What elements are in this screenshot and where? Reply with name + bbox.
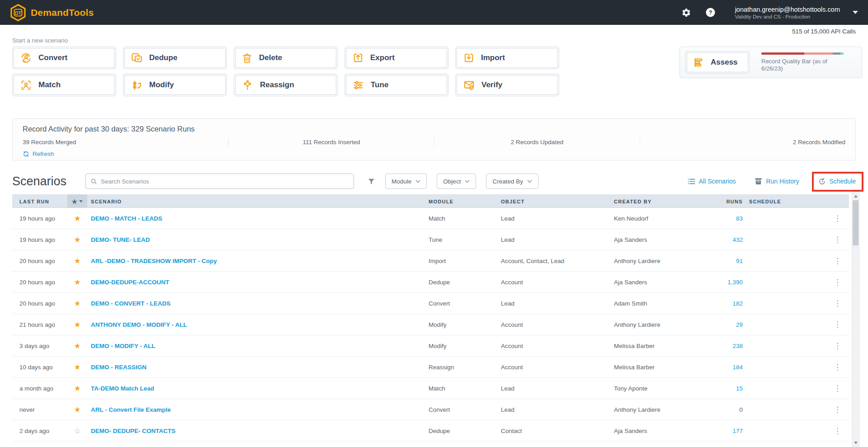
scenario-link[interactable]: DEMO - MODIFY - ALL <box>91 343 156 349</box>
table-row: 19 hours ago ★ DEMO - MATCH - LEADS Matc… <box>12 208 849 229</box>
user-caret-icon[interactable] <box>853 11 858 14</box>
scroll-up-arrow-icon[interactable] <box>852 193 859 199</box>
reassign-button[interactable]: Reassign <box>234 74 338 96</box>
filter-funnel-icon[interactable] <box>368 178 375 185</box>
row-menu-kebab-icon[interactable]: ⋮ <box>826 214 849 223</box>
header-schedule[interactable]: SCHEDULE <box>743 198 826 204</box>
scroll-down-arrow-icon[interactable] <box>852 439 859 446</box>
header-object[interactable]: OBJECT <box>501 198 614 204</box>
button-label: Dedupe <box>149 53 177 62</box>
scenario-launch-area: Convert Dedupe Delete Export <box>12 47 856 102</box>
tune-icon <box>352 79 364 91</box>
object-cell: Account <box>501 279 614 286</box>
scenario-link[interactable]: ARL -DEMO - TRADESHOW IMPORT - Copy <box>91 258 217 264</box>
row-menu-kebab-icon[interactable]: ⋮ <box>826 426 849 436</box>
runs-link[interactable]: 238 <box>732 343 743 349</box>
favorite-star-icon[interactable]: ★ <box>67 214 87 223</box>
row-menu-kebab-icon[interactable]: ⋮ <box>826 362 849 372</box>
runs-link[interactable]: 432 <box>732 236 743 243</box>
scenario-link[interactable]: DEMO - MATCH - LEADS <box>91 215 162 222</box>
favorite-star-icon[interactable]: ☆ <box>67 426 87 436</box>
demandtools-logo-icon: DT <box>10 4 26 22</box>
module-cell: Modify <box>429 343 501 349</box>
settings-gear-icon[interactable] <box>681 7 692 18</box>
button-label: Assess <box>711 58 738 67</box>
object-cell: Account <box>501 343 614 349</box>
match-button[interactable]: Match <box>12 74 116 96</box>
assess-button[interactable]: Assess <box>685 51 750 74</box>
filter-object-dropdown[interactable]: Object <box>437 174 476 189</box>
help-icon[interactable]: ? <box>705 7 716 18</box>
created-by-cell: Aja Sanders <box>614 279 716 286</box>
schedule-link[interactable]: Schedule <box>818 178 856 185</box>
runs-link[interactable]: 83 <box>736 215 743 222</box>
row-menu-kebab-icon[interactable]: ⋮ <box>826 299 849 308</box>
scenario-link[interactable]: DEMO - CONVERT - LEADS <box>91 300 170 307</box>
scenario-link[interactable]: DEMO - REASSIGN <box>91 364 146 371</box>
scenario-link[interactable]: ANTHONY DEMO - MODIFY - ALL <box>91 321 187 328</box>
row-menu-kebab-icon[interactable]: ⋮ <box>826 235 849 245</box>
verify-button[interactable]: Verify <box>455 74 559 96</box>
stat-records-inserted: 111 Records Inserted <box>228 138 434 147</box>
modify-button[interactable]: Modify <box>123 74 227 96</box>
scenario-link[interactable]: DEMO- DEDUPE- CONTACTS <box>91 428 175 434</box>
row-menu-kebab-icon[interactable]: ⋮ <box>826 278 849 287</box>
favorite-star-icon[interactable]: ★ <box>67 405 87 414</box>
scenario-link[interactable]: DEMO-DEDUPE-ACCOUNT <box>91 279 169 286</box>
favorite-star-icon[interactable]: ★ <box>67 362 87 372</box>
runs-link[interactable]: 15 <box>736 385 743 392</box>
table-row: 20 hours ago ★ DEMO-DEDUPE-ACCOUNT Dedup… <box>12 272 849 293</box>
filter-module-dropdown[interactable]: Module <box>385 174 427 189</box>
runs-link[interactable]: 0 <box>739 406 743 413</box>
runs-link[interactable]: 29 <box>736 321 743 328</box>
last-run-cell: 10 days ago <box>12 364 67 371</box>
run-history-link[interactable]: Run History <box>755 178 799 185</box>
row-menu-kebab-icon[interactable]: ⋮ <box>826 405 849 414</box>
scenario-link[interactable]: DEMO- TUNE- LEAD <box>91 236 150 243</box>
user-menu[interactable]: jonathan.greenip@hotshottools.com Validi… <box>735 5 858 20</box>
header-module[interactable]: MODULE <box>429 198 501 204</box>
favorite-star-icon[interactable]: ★ <box>67 235 87 245</box>
quality-bar-segment-slate <box>833 52 840 55</box>
header-created-by[interactable]: CREATED BY <box>614 198 716 204</box>
scenario-link[interactable]: ARL - Convert File Example <box>91 406 171 413</box>
row-menu-kebab-icon[interactable]: ⋮ <box>826 256 849 266</box>
all-scenarios-link[interactable]: All Scenarios <box>688 178 736 185</box>
convert-button[interactable]: Convert <box>12 47 116 69</box>
header-last-run[interactable]: LAST RUN <box>12 198 67 204</box>
dedupe-button[interactable]: Dedupe <box>123 47 227 69</box>
header-runs[interactable]: RUNS <box>716 198 743 204</box>
favorite-star-icon[interactable]: ★ <box>67 299 87 308</box>
match-icon <box>20 79 32 91</box>
delete-button[interactable]: Delete <box>234 47 338 69</box>
header-favorite-filter[interactable]: ★ <box>67 194 87 208</box>
favorite-star-icon[interactable]: ★ <box>67 341 87 351</box>
favorite-star-icon[interactable]: ★ <box>67 256 87 266</box>
runs-link[interactable]: 182 <box>732 300 743 307</box>
vertical-scrollbar[interactable] <box>852 192 859 447</box>
table-row: never ★ ARL - Convert File Example Conve… <box>12 399 849 420</box>
last-run-cell: a month ago <box>12 385 67 392</box>
scenario-link[interactable]: TA-DEMO Match Lead <box>91 385 154 392</box>
scrollbar-thumb[interactable] <box>853 200 859 245</box>
runs-link[interactable]: 91 <box>736 258 743 264</box>
object-cell: Account <box>501 364 614 371</box>
search-input[interactable] <box>101 178 349 185</box>
row-menu-kebab-icon[interactable]: ⋮ <box>826 384 849 393</box>
favorite-star-icon[interactable]: ★ <box>67 278 87 287</box>
filter-created-by-dropdown[interactable]: Created By <box>486 174 538 189</box>
tune-button[interactable]: Tune <box>344 74 448 96</box>
import-button[interactable]: Import <box>455 47 559 69</box>
favorite-star-icon[interactable]: ★ <box>67 320 87 329</box>
refresh-button[interactable]: Refresh <box>23 151 54 157</box>
export-button[interactable]: Export <box>344 47 448 69</box>
button-label: Convert <box>38 53 67 62</box>
runs-link[interactable]: 177 <box>732 428 743 434</box>
row-menu-kebab-icon[interactable]: ⋮ <box>826 341 849 351</box>
favorite-star-icon[interactable]: ★ <box>67 384 87 393</box>
module-cell: Match <box>429 385 501 392</box>
runs-link[interactable]: 184 <box>732 364 743 371</box>
header-scenario[interactable]: SCENARIO <box>87 198 429 204</box>
runs-link[interactable]: 1,390 <box>727 279 743 286</box>
row-menu-kebab-icon[interactable]: ⋮ <box>826 320 849 329</box>
